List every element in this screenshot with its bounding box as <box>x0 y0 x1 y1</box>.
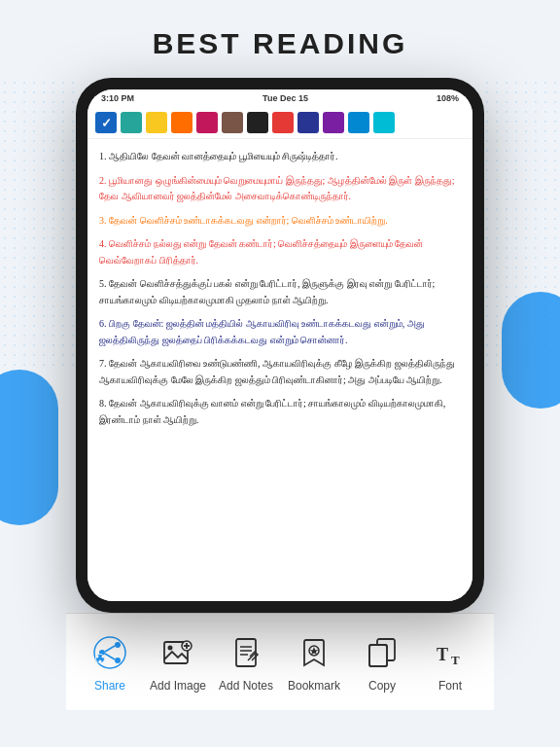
svg-rect-24 <box>369 645 387 666</box>
color-swatch-magenta[interactable] <box>196 112 218 133</box>
color-swatch-teal[interactable] <box>121 112 142 133</box>
color-swatch-yellow[interactable] <box>146 112 167 133</box>
color-swatch-cyan[interactable] <box>373 112 395 133</box>
toolbar-item-copy[interactable]: Copy <box>348 631 416 693</box>
svg-point-8 <box>96 656 99 658</box>
copy-icon <box>361 631 403 674</box>
content-paragraph: 1. ஆதியிலே தேவன் வானத்தையும் பூமியையும் … <box>99 149 461 165</box>
page-title: BEST READING <box>153 27 408 60</box>
color-swatch-orange[interactable] <box>171 112 192 133</box>
content-paragraph: 8. தேவன் ஆகாயவிரிவுக்கு வானம் என்று பேரி… <box>99 396 461 428</box>
status-time: 3:10 PM <box>101 93 134 103</box>
bookmark-icon <box>293 631 335 674</box>
device-mockup: 3:10 PM Tue Dec 15 108% ✓ 1. ஆதியிலே தேவ… <box>76 78 484 613</box>
svg-point-9 <box>102 656 105 658</box>
toolbar-label-share: Share <box>94 679 125 693</box>
color-bar[interactable]: ✓ <box>88 107 472 139</box>
bg-blue-right <box>502 292 560 409</box>
toolbar-label-add-image: Add Image <box>150 679 206 693</box>
content-paragraph: 2. பூமியானது ஒழுங்கின்மையும் வெறுமையுமாய… <box>99 173 461 205</box>
svg-point-0 <box>94 637 125 668</box>
content-paragraph: 3. தேவன் வெளிச்சம் உண்டாகக்கடவது என்றார்… <box>99 213 461 230</box>
status-bar: 3:10 PM Tue Dec 15 108% <box>88 89 472 107</box>
share-icon <box>88 631 131 674</box>
content-area: 1. ஆதியிலே தேவன் வானத்தையும் பூமியையும் … <box>88 139 472 601</box>
add-notes-icon <box>225 631 267 674</box>
svg-point-12 <box>168 646 173 651</box>
device-frame: 3:10 PM Tue Dec 15 108% ✓ 1. ஆதியிலே தேவ… <box>76 78 484 613</box>
status-signal: 108% <box>437 93 459 103</box>
svg-point-3 <box>115 658 121 663</box>
content-paragraph: 4. வெளிச்சம் நல்லது என்று தேவன் கண்டார்;… <box>99 236 461 268</box>
svg-point-10 <box>99 660 102 663</box>
bottom-toolbar: Share Add Image Add Notes Bookmark Copy … <box>66 613 494 710</box>
svg-point-2 <box>115 642 121 648</box>
content-paragraph: 7. தேவன் ஆகாயவிரிவை உண்டுபண்ணி, ஆகாயவிரி… <box>99 356 461 388</box>
font-icon: T T <box>429 631 472 674</box>
color-swatch-blue[interactable]: ✓ <box>95 112 117 133</box>
bg-blue-left <box>0 370 58 525</box>
device-screen: 3:10 PM Tue Dec 15 108% ✓ 1. ஆதியிலே தேவ… <box>88 89 472 601</box>
toolbar-label-add-notes: Add Notes <box>219 679 273 693</box>
toolbar-label-font: Font <box>438 679 462 693</box>
toolbar-item-share[interactable]: Share <box>76 631 144 693</box>
toolbar-label-bookmark: Bookmark <box>288 679 340 693</box>
toolbar-item-add-notes[interactable]: Add Notes <box>212 631 280 693</box>
status-date: Tue Dec 15 <box>262 93 308 103</box>
svg-text:T: T <box>451 653 460 667</box>
color-swatch-red[interactable] <box>272 112 294 133</box>
color-swatch-purple[interactable] <box>323 112 344 133</box>
add-image-icon <box>157 631 199 674</box>
content-paragraph: 5. தேவன் வெளிச்சத்துக்குப் பகல் என்று பே… <box>99 276 461 308</box>
toolbar-item-font[interactable]: T T Font <box>416 631 484 693</box>
toolbar-item-bookmark[interactable]: Bookmark <box>280 631 348 693</box>
color-swatch-brown[interactable] <box>222 112 243 133</box>
svg-text:T: T <box>437 645 448 664</box>
color-swatch-darkblue[interactable] <box>298 112 319 133</box>
color-swatch-black[interactable] <box>247 112 268 133</box>
bg-decoration-left <box>0 78 78 370</box>
svg-line-4 <box>105 646 115 652</box>
color-swatch-lightblue[interactable] <box>348 112 369 133</box>
toolbar-item-add-image[interactable]: Add Image <box>144 631 212 693</box>
svg-line-5 <box>105 654 115 659</box>
toolbar-label-copy: Copy <box>368 679 396 693</box>
content-paragraph: 6. பிறகு தேவன்: ஜலத்தின் மத்தியில் ஆகாயவ… <box>99 316 461 348</box>
